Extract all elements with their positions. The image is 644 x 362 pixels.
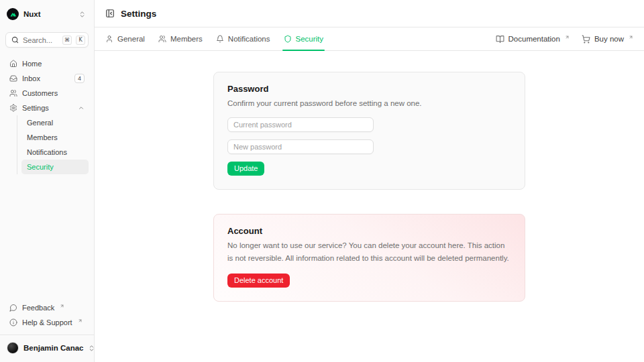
kbd-meta: ⌘ <box>62 36 72 45</box>
sidebar-subitem-notifications[interactable]: Notifications <box>21 145 89 160</box>
settings-subnav: General Members Notifications Security <box>17 115 89 174</box>
shopping-cart-icon <box>582 35 590 44</box>
page-header: Settings <box>95 0 644 27</box>
shield-icon <box>284 35 292 43</box>
settings-tabbar: General Members Notifications <box>95 27 644 51</box>
settings-security-content: Password Confirm your current password b… <box>95 51 644 362</box>
inbox-count-badge: 4 <box>74 74 85 84</box>
home-icon <box>9 60 17 68</box>
delete-account-button[interactable]: Delete account <box>227 274 290 288</box>
bell-icon <box>216 35 224 43</box>
book-open-icon <box>496 35 504 44</box>
sidebar-item-feedback[interactable]: Feedback <box>5 300 89 315</box>
sidebar-divider <box>0 335 94 335</box>
tab-notifications[interactable]: Notifications <box>216 27 270 50</box>
tab-label: General <box>117 35 145 43</box>
link-label: Buy now <box>594 35 624 43</box>
tab-label: Security <box>296 35 324 43</box>
sidebar-item-inbox[interactable]: Inbox 4 <box>5 71 89 86</box>
info-circle-icon <box>9 318 17 326</box>
inbox-icon <box>9 74 17 82</box>
tab-members[interactable]: Members <box>158 27 203 50</box>
tab-security[interactable]: Security <box>284 27 324 50</box>
workspace-name: Nuxt <box>23 10 74 18</box>
external-link-icon <box>629 35 633 40</box>
sidebar-subitem-members[interactable]: Members <box>21 130 89 145</box>
sidebar-subitem-security[interactable]: Security <box>21 160 89 174</box>
users-icon <box>9 89 17 97</box>
avatar <box>7 342 19 354</box>
header-links: Documentation Buy now <box>496 27 633 50</box>
sidebar-subitem-label: General <box>27 119 53 127</box>
sidebar-item-label: Settings <box>22 104 73 112</box>
message-circle-icon <box>9 304 17 312</box>
sidebar-item-settings[interactable]: Settings <box>5 101 89 115</box>
external-link-icon <box>60 304 64 308</box>
sidebar-spacer <box>5 174 89 300</box>
password-card-title: Password <box>227 84 511 94</box>
sidebar-item-label: Customers <box>22 89 85 97</box>
sidebar-subitem-general[interactable]: General <box>21 115 89 130</box>
current-password-field[interactable] <box>227 117 374 132</box>
sidebar: Nuxt Search... ⌘ K Home <box>0 0 95 362</box>
new-password-field[interactable] <box>227 139 374 154</box>
sidebar-subitem-label: Notifications <box>27 148 67 156</box>
tab-label: Notifications <box>228 35 270 43</box>
app-window: Nuxt Search... ⌘ K Home <box>0 0 644 362</box>
password-card: Password Confirm your current password b… <box>213 72 525 190</box>
user-menu[interactable]: Benjamin Canac <box>5 339 89 357</box>
search-input[interactable]: Search... ⌘ K <box>5 32 89 48</box>
user-name: Benjamin Canac <box>23 344 83 352</box>
page-title: Settings <box>121 9 156 19</box>
kbd-k: K <box>76 36 85 45</box>
documentation-link[interactable]: Documentation <box>496 35 570 44</box>
password-card-description: Confirm your current password before set… <box>227 97 511 110</box>
sidebar-item-label: Help & Support <box>22 318 72 326</box>
sidebar-item-customers[interactable]: Customers <box>5 86 89 101</box>
users-icon <box>158 35 166 43</box>
tabs: General Members Notifications <box>105 27 323 50</box>
sidebar-item-label: Feedback <box>22 304 54 312</box>
link-label: Documentation <box>508 35 560 43</box>
external-link-icon <box>78 318 83 323</box>
main-panel: Settings General Members <box>95 0 644 362</box>
chevron-up-icon <box>78 105 85 111</box>
sidebar-nav: Home Inbox 4 Customers Settings <box>5 56 89 174</box>
account-card-description: No longer want to use our service? You c… <box>227 239 511 265</box>
chevron-up-down-icon <box>78 11 86 18</box>
update-password-button[interactable]: Update <box>227 162 264 176</box>
tab-label: Members <box>170 35 203 43</box>
search-icon <box>11 36 19 44</box>
buy-now-link[interactable]: Buy now <box>582 35 633 44</box>
external-link-icon <box>565 35 570 40</box>
account-card-title: Account <box>227 226 511 236</box>
sidebar-item-help-support[interactable]: Help & Support <box>5 315 89 330</box>
account-card: Account No longer want to use our servic… <box>213 214 525 302</box>
sidebar-item-home[interactable]: Home <box>5 56 89 71</box>
nuxt-logo-icon <box>7 8 19 20</box>
sidebar-item-label: Home <box>22 60 85 68</box>
collapse-sidebar-icon[interactable] <box>105 9 115 18</box>
sidebar-subitem-label: Members <box>27 133 58 141</box>
sidebar-subitem-label: Security <box>27 163 54 171</box>
user-icon <box>105 35 113 43</box>
tab-general[interactable]: General <box>105 27 145 50</box>
gear-icon <box>9 104 17 112</box>
sidebar-item-label: Inbox <box>22 74 70 82</box>
search-placeholder: Search... <box>23 36 58 44</box>
workspace-selector[interactable]: Nuxt <box>5 6 89 22</box>
